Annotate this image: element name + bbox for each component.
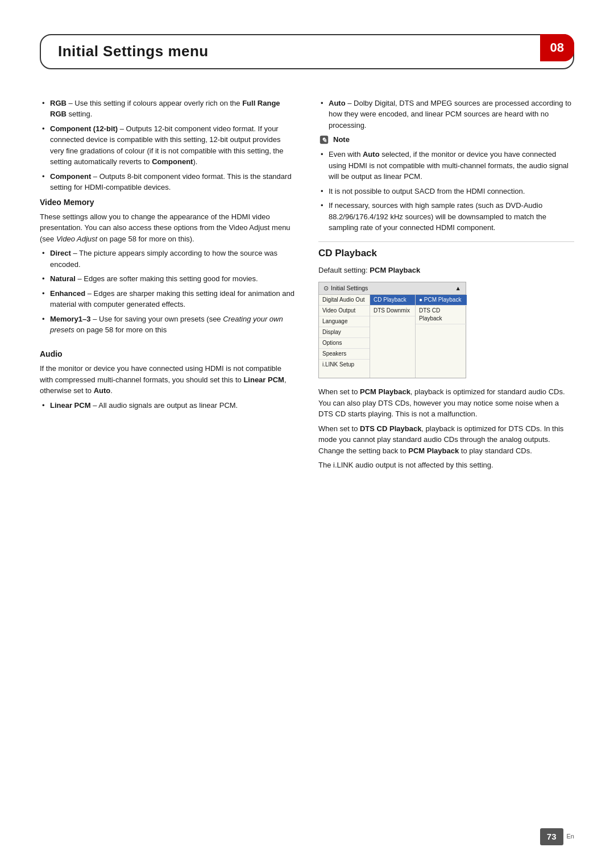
video-memory-intro: These settings allow you to change the a… bbox=[40, 211, 296, 245]
audio-title: Audio bbox=[40, 348, 296, 360]
menu-item: DTS Downmix bbox=[370, 306, 415, 316]
menu-option: DTS CD Playback bbox=[416, 306, 467, 324]
list-item: It is not possible to output SACD from t… bbox=[318, 186, 574, 197]
menu-item: i.LINK Setup bbox=[319, 360, 370, 370]
menu-item: Display bbox=[319, 327, 370, 338]
list-item: Memory1–3 – Use for saving your own pres… bbox=[40, 314, 296, 336]
page-footer: 73 En bbox=[540, 828, 574, 845]
page: Initial Settings menu 08 RGB – Use this … bbox=[0, 0, 614, 868]
svg-text:✎: ✎ bbox=[321, 136, 327, 144]
cd-playback-para3: The i.LINK audio output is not affected … bbox=[318, 460, 574, 471]
list-item: Component (12-bit) – Outputs 12-bit comp… bbox=[40, 123, 296, 168]
audio-bullets: Linear PCM – All audio signals are outpu… bbox=[40, 400, 296, 411]
menu-col-1: Digital Audio Out Video Output Language … bbox=[319, 295, 370, 378]
menu-item-selected: CD Playback bbox=[370, 295, 415, 306]
page-header: Initial Settings menu 08 bbox=[40, 34, 574, 69]
audio-intro: If the monitor or device you have connec… bbox=[40, 363, 296, 397]
list-item: RGB – Use this setting if colours appear… bbox=[40, 98, 296, 120]
page-number: 73 bbox=[540, 828, 563, 845]
note-header: ✎ Note bbox=[318, 134, 574, 145]
video-memory-title: Video Memory bbox=[40, 197, 296, 208]
cd-playback-default: Default setting: PCM Playback bbox=[318, 265, 574, 276]
list-item: Natural – Edges are softer making this s… bbox=[40, 273, 296, 285]
menu-screenshot-header: ⊙ Initial Settings ▲ bbox=[319, 282, 466, 295]
cd-playback-para1: When set to PCM Playback, playback is op… bbox=[318, 386, 574, 420]
menu-screenshot-icon: ⊙ bbox=[323, 284, 329, 293]
page-language: En bbox=[567, 832, 574, 841]
page-title: Initial Settings menu bbox=[58, 41, 209, 62]
menu-item: Options bbox=[319, 338, 370, 349]
main-content: RGB – Use this setting if colours appear… bbox=[40, 98, 574, 483]
auto-bullet-list: Auto – Dolby Digital, DTS and MPEG sourc… bbox=[318, 98, 574, 131]
menu-item: Language bbox=[319, 316, 370, 327]
intro-bullet-list: RGB – Use this setting if colours appear… bbox=[40, 98, 296, 193]
list-item: Direct – The picture appears simply acco… bbox=[40, 248, 296, 270]
menu-screenshot: ⊙ Initial Settings ▲ Digital Audio Out V… bbox=[318, 282, 466, 378]
left-column: RGB – Use this setting if colours appear… bbox=[40, 98, 296, 483]
list-item: Enhanced – Edges are sharper making this… bbox=[40, 288, 296, 310]
menu-screenshot-body: Digital Audio Out Video Output Language … bbox=[319, 295, 466, 378]
menu-screenshot-title: Initial Settings bbox=[331, 284, 368, 293]
video-memory-section: Video Memory These settings allow you to… bbox=[40, 197, 296, 336]
list-item: If necessary, sources with high sample r… bbox=[318, 200, 574, 233]
menu-item: Video Output bbox=[319, 306, 370, 316]
menu-option-selected: ● PCM Playback bbox=[416, 295, 467, 306]
audio-section: Audio If the monitor or device you have … bbox=[40, 348, 296, 411]
list-item: Linear PCM – All audio signals are outpu… bbox=[40, 400, 296, 411]
right-column: Auto – Dolby Digital, DTS and MPEG sourc… bbox=[318, 98, 574, 483]
menu-arrow-icon: ▲ bbox=[455, 284, 461, 293]
note-icon: ✎ bbox=[318, 134, 330, 145]
note-bullets: Even with Auto selected, if the monitor … bbox=[318, 149, 574, 233]
menu-item: Digital Audio Out bbox=[319, 295, 370, 306]
chapter-number: 08 bbox=[540, 34, 574, 61]
menu-col-2: CD Playback DTS Downmix bbox=[370, 295, 416, 378]
list-item: Auto – Dolby Digital, DTS and MPEG sourc… bbox=[318, 98, 574, 131]
note-label: Note bbox=[333, 135, 350, 145]
cd-playback-para2: When set to DTS CD Playback, playback is… bbox=[318, 423, 574, 457]
note-box: ✎ Note Even with Auto selected, if the m… bbox=[318, 134, 574, 233]
cd-playback-section: CD Playback Default setting: PCM Playbac… bbox=[318, 241, 574, 471]
menu-col-3: ● PCM Playback DTS CD Playback bbox=[416, 295, 467, 378]
list-item: Even with Auto selected, if the monitor … bbox=[318, 149, 574, 182]
menu-item: Speakers bbox=[319, 349, 370, 360]
list-item: Component – Outputs 8-bit component vide… bbox=[40, 171, 296, 193]
cd-playback-title: CD Playback bbox=[318, 241, 574, 261]
video-memory-bullets: Direct – The picture appears simply acco… bbox=[40, 248, 296, 336]
